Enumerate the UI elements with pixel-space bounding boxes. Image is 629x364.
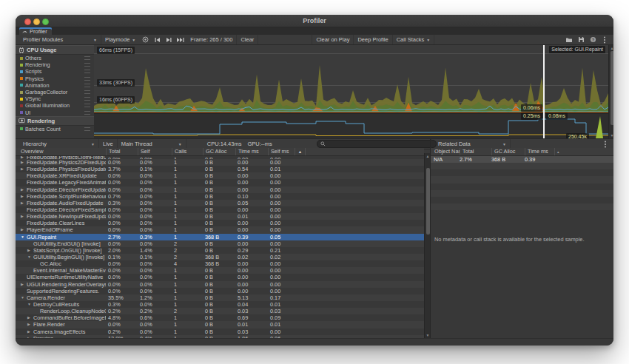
table-row[interactable]: ▼GUI.Repaint2.7%0.3%1368 B0.390.05 [16, 234, 424, 240]
table-row[interactable]: ▶FixedUpdate.Physics2DFixedUpdate0.0%0.0… [16, 159, 424, 166]
table-row[interactable]: ▶FixedUpdate.AudioFixedUpdate0.3%0.0%10 … [16, 200, 424, 206]
table-scrollbar-thumb[interactable] [426, 168, 430, 235]
window-menu-icon[interactable] [599, 35, 610, 44]
drag-handle-icon[interactable] [84, 56, 90, 60]
collapse-arrow-icon[interactable]: ▼ [21, 294, 27, 301]
table-row[interactable]: GC.Alloc0.0%0.0%4368 B0.000.00 [16, 260, 424, 267]
expand-arrow-icon[interactable]: ▶ [21, 281, 27, 288]
module-legend-item[interactable]: Scripts [16, 68, 94, 75]
save-profile-button[interactable] [575, 35, 587, 44]
column-header-object-name[interactable]: Object Name [434, 148, 460, 155]
current-frame-line[interactable] [543, 45, 545, 138]
column-header-gc-alloc[interactable]: GC Alloc [203, 148, 235, 155]
first-frame-button[interactable] [151, 35, 163, 44]
table-row[interactable]: ▶StatsScript.OnGUI() [Invoke]2.0%1.4%20 … [16, 247, 424, 254]
table-row[interactable]: FixedUpdate.DirectorFixedSampleTime0.0%0… [16, 206, 424, 213]
clear-on-play-toggle[interactable]: Clear on Play [312, 35, 354, 44]
collapse-arrow-icon[interactable]: ▼ [21, 234, 27, 240]
table-row[interactable]: GUIUtility.EndGUI() [Invoke]0.0%0.0%20 B… [16, 240, 424, 247]
module-header[interactable]: Rendering [16, 116, 94, 126]
expand-arrow-icon[interactable]: ▶ [27, 328, 33, 335]
module-header[interactable]: CPU Usage [16, 45, 94, 55]
table-row[interactable]: ▶FixedUpdate.PhysicsFixedUpdate3.7%0.1%1… [16, 166, 424, 172]
table-row[interactable]: Event.Internal_MakeMasterEventCurrent0.0… [16, 267, 424, 274]
title-bar[interactable]: Profiler [16, 15, 613, 27]
table-row[interactable]: ▶UGUI.Rendering.RenderOverlays0.0%0.0%10… [16, 281, 424, 288]
column-header-self[interactable]: Self [138, 148, 172, 155]
table-row[interactable]: ▼Camera.Render35.5%1.2%10 B5.130.17 [16, 294, 424, 301]
table-row[interactable]: ▶Flare.Render0.0%0.0%10 B0.010.01 [16, 321, 424, 328]
drag-handle-icon[interactable] [84, 127, 90, 131]
scroll-up-icon[interactable]: ▲ [609, 46, 613, 50]
table-row[interactable]: ▶CommandBuffer.BeforeImageEffects4.8%0.6… [16, 314, 424, 321]
help-icon[interactable]: ? [587, 35, 599, 44]
drag-handle-icon[interactable] [84, 77, 90, 81]
table-row[interactable]: ▶PlayerEndOfFrame0.0%0.0%10 B0.000.00 [16, 226, 424, 233]
expand-arrow-icon[interactable]: ▶ [21, 159, 27, 166]
table-row[interactable]: RenderLoop.CleanupNodeQueue0.2%0.2%20 B0… [16, 308, 424, 314]
table-row[interactable]: ▶FixedUpdate.ScriptRunBehaviourFixedUpda… [16, 193, 424, 200]
clear-button[interactable]: Clear [236, 35, 258, 44]
expand-arrow-icon[interactable]: ▶ [21, 166, 27, 172]
chart-scrollbar-thumb[interactable] [610, 51, 614, 125]
scroll-down-icon[interactable]: ▼ [609, 133, 613, 138]
drag-handle-icon[interactable] [84, 90, 90, 94]
load-profile-button[interactable] [563, 35, 575, 44]
column-header-calls[interactable]: Calls [172, 148, 203, 155]
expand-arrow-icon[interactable]: ▶ [21, 226, 27, 233]
call-stacks-dropdown[interactable]: Call Stacks ▼ [393, 35, 434, 44]
tab-profiler[interactable]: Profiler [19, 27, 52, 35]
current-frame-button[interactable] [175, 35, 186, 44]
expand-arrow-icon[interactable]: ▶ [27, 321, 33, 328]
module-legend-item[interactable]: GarbageCollector [16, 89, 94, 95]
related-data-row[interactable]: N/A2.7%368 B0.39 [431, 156, 613, 163]
drag-handle-icon[interactable] [84, 104, 90, 107]
module-legend-item[interactable]: VSync [16, 95, 94, 102]
expand-arrow-icon[interactable]: ▶ [21, 186, 27, 193]
table-row[interactable]: FixedUpdate.XRFixedUpdate0.0%0.0%10 B0.0… [16, 172, 424, 179]
module-legend-item[interactable]: Animation [16, 82, 94, 89]
drag-handle-icon[interactable] [84, 111, 90, 115]
table-row[interactable]: SupportedRenderingFeatures.0.0%0.0%10 B0… [16, 288, 424, 294]
chart-scrollbar[interactable]: ▲ ▼ [608, 45, 613, 138]
column-header-time-ms[interactable]: Time ms [235, 148, 268, 155]
chart-area[interactable]: 66ms (15FPS) 33ms (30FPS) 16ms (60FPS) S… [94, 45, 608, 138]
drag-handle-icon[interactable] [84, 63, 90, 67]
table-row[interactable]: FixedUpdate.ClearLines0.0%0.0%10 B0.000.… [16, 220, 424, 226]
module-legend-item[interactable]: Rendering [16, 61, 94, 68]
marker-column-icon[interactable]: ▲ [295, 148, 305, 155]
table-row[interactable]: ▼GUIUtility.BeginGUI() [Invoke]0.1%0.1%2… [16, 254, 424, 260]
column-header-overview[interactable]: Overview [20, 148, 106, 155]
column-header-self-ms[interactable]: Self ms [268, 148, 295, 155]
expand-arrow-icon[interactable]: ▶ [27, 247, 33, 254]
table-row[interactable]: ▶FixedUpdate.NewInputFixedUpdate0.0%0.0%… [16, 213, 424, 220]
module-legend-item[interactable]: Others [16, 55, 94, 61]
expand-arrow-icon[interactable]: ▶ [21, 213, 27, 220]
drag-handle-icon[interactable] [84, 97, 90, 101]
column-header-time-ms[interactable]: Time ms [525, 148, 554, 155]
module-legend-item[interactable]: Batches Count [16, 126, 94, 132]
table-row[interactable]: ▶Camera.ImageEffects0.2%0.0%10 B0.030.00 [16, 328, 424, 335]
table-row[interactable]: UIElementsRuntimeUtilityNative0.0%0.0%10… [16, 274, 424, 280]
deep-profile-toggle[interactable]: Deep Profile [354, 35, 392, 44]
expand-arrow-icon[interactable]: ▶ [21, 200, 27, 206]
collapse-arrow-icon[interactable]: ▼ [27, 254, 33, 260]
column-header-total[interactable]: Total [106, 148, 138, 155]
column-header-gc-alloc[interactable]: GC Alloc [491, 148, 525, 155]
module-legend-item[interactable]: Global Illumination [16, 102, 94, 109]
collapse-arrow-icon[interactable]: ▼ [27, 301, 33, 308]
table-row[interactable]: FixedUpdate.LegacyFixedAnimationUpdate0.… [16, 179, 424, 186]
table-row[interactable]: ▶FixedUpdate.DirectorFixedUpdate0.0%0.0%… [16, 186, 424, 193]
expand-arrow-icon[interactable]: ▶ [27, 314, 33, 321]
next-frame-button[interactable] [163, 35, 175, 44]
expand-arrow-icon[interactable]: ▶ [21, 193, 27, 200]
cpu-usage-chart[interactable] [94, 45, 608, 112]
module-legend-item[interactable]: Physics [16, 75, 94, 82]
record-button[interactable] [139, 35, 151, 44]
playmode-dropdown[interactable]: Playmode ▼ [101, 35, 139, 44]
search-input[interactable] [317, 140, 437, 148]
profiler-modules-dropdown[interactable]: Profiler Modules ▼ [19, 35, 101, 44]
column-header-total[interactable]: Total [460, 148, 491, 155]
table-row[interactable]: ▼DestroyCullResults0.3%0.0%10 B0.040.01 [16, 301, 424, 308]
module-legend-item[interactable]: UI [16, 109, 94, 116]
